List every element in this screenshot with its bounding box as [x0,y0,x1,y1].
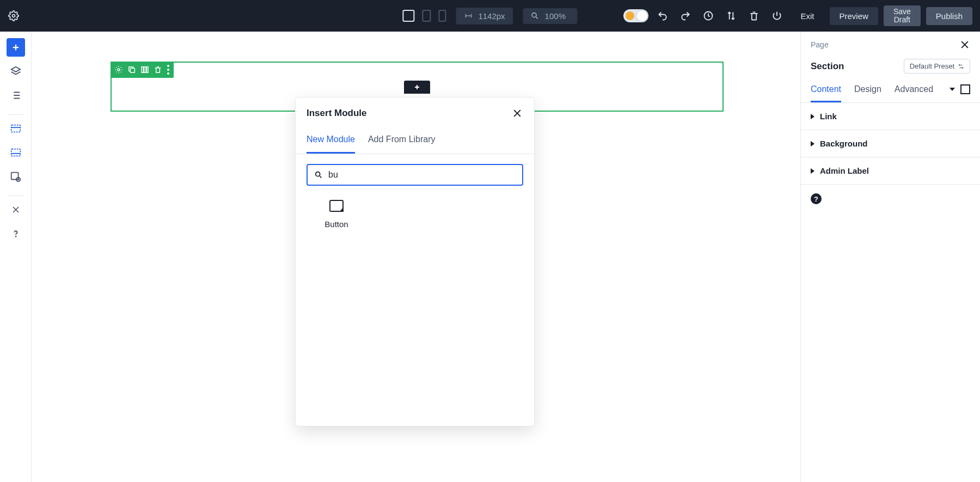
svg-rect-12 [146,67,148,73]
module-search-input[interactable] [328,170,516,180]
module-results: Button [296,189,534,240]
panel-breadcrumb[interactable]: Page [811,40,829,49]
panel-help-button[interactable]: ? [811,193,822,204]
tablet-device-icon[interactable] [422,10,431,22]
add-element-button[interactable] [7,38,25,57]
swap-icon [958,63,964,70]
trash-icon[interactable] [749,10,759,21]
topbar-center-controls: 1142px 100% [402,8,577,25]
caret-right-icon [811,168,814,174]
search-icon [314,170,323,179]
save-draft-button[interactable]: Save Draft [884,5,921,27]
section-settings-icon[interactable] [114,65,124,75]
modal-tabs: New Module Add From Library [296,129,534,154]
rail-separator-2 [8,196,24,196]
phone-device-icon[interactable] [438,10,446,22]
top-toolbar: 1142px 100% Exit Preview Save Draft Publ… [0,0,980,32]
caret-right-icon [811,141,814,147]
modal-header: Insert Module [296,97,534,129]
help-icon[interactable] [7,224,25,243]
accordion-label: Admin Label [820,166,869,175]
settings-gear-icon[interactable] [8,10,20,22]
svg-point-7 [15,236,16,237]
topbar-right-controls: Exit Preview Save Draft Publish [623,5,973,27]
insert-module-modal: Insert Module New Module Add From Librar… [295,97,535,426]
svg-rect-5 [11,173,18,180]
save-template-icon[interactable] [7,167,25,186]
svg-rect-4 [11,149,20,156]
module-search-field[interactable] [307,164,523,186]
light-dark-toggle[interactable] [623,9,648,22]
module-item-label: Button [324,219,348,229]
tools-icon[interactable] [7,200,25,219]
section-delete-icon[interactable] [153,65,163,75]
accordion-admin-label[interactable]: Admin Label [801,157,980,185]
redo-icon[interactable] [680,10,691,21]
tab-content[interactable]: Content [811,80,841,102]
button-module-icon [329,200,344,212]
list-icon[interactable] [7,86,25,105]
tab-design[interactable]: Design [854,80,881,102]
preset-selector[interactable]: Default Preset [904,59,970,74]
section-duplicate-icon[interactable] [127,65,137,75]
panel-expand-icon[interactable] [960,84,970,94]
history-icon[interactable] [703,10,714,21]
svg-rect-9 [130,68,134,72]
panel-tabs: Content Design Advanced [801,80,980,103]
sun-icon [626,11,634,20]
svg-rect-11 [144,67,146,73]
modal-title: Insert Module [307,108,367,119]
settings-panel: Page Section Default Preset Content Desi… [800,32,980,482]
undo-icon[interactable] [657,10,668,21]
svg-point-13 [316,172,320,176]
panel-close-icon[interactable] [959,39,970,50]
module-item-button[interactable]: Button [307,200,366,229]
accordion-label: Link [820,112,837,121]
sort-icon[interactable] [726,10,737,21]
svg-rect-10 [142,67,143,73]
desktop-device-icon[interactable] [402,10,414,22]
svg-point-1 [532,13,536,17]
panel-section-title: Section [811,61,844,72]
caret-right-icon [811,114,814,119]
zoom-value: 100% [545,11,566,21]
section-toolbar [111,62,174,78]
device-switcher [402,10,446,22]
left-sidebar [0,32,32,482]
tab-advanced[interactable]: Advanced [895,80,933,102]
svg-point-8 [118,69,120,71]
power-icon[interactable] [771,10,782,21]
svg-point-0 [13,15,15,17]
layers-icon[interactable] [7,62,25,81]
svg-rect-3 [11,125,20,132]
tab-add-from-library[interactable]: Add From Library [368,129,436,154]
wireframe-header-icon[interactable] [7,119,25,138]
tab-new-module[interactable]: New Module [307,129,355,154]
zoom-input[interactable]: 100% [523,8,578,24]
section-more-icon[interactable] [167,64,170,75]
panel-options-caret-icon[interactable] [950,88,955,91]
toggle-knob [636,10,647,21]
viewport-width-input[interactable]: 1142px [456,8,513,25]
publish-button[interactable]: Publish [926,7,972,25]
rail-separator [8,114,24,115]
exit-button[interactable]: Exit [791,7,824,25]
viewport-width-value: 1142px [478,11,505,21]
accordion-background[interactable]: Background [801,130,980,157]
modal-close-icon[interactable] [511,107,523,119]
preset-label: Default Preset [910,62,954,70]
accordion-link[interactable]: Link [801,103,980,130]
wireframe-footer-icon[interactable] [7,143,25,162]
section-columns-icon[interactable] [140,65,150,75]
add-module-button[interactable] [404,81,430,94]
preview-button[interactable]: Preview [830,7,878,25]
accordion-label: Background [820,139,868,148]
